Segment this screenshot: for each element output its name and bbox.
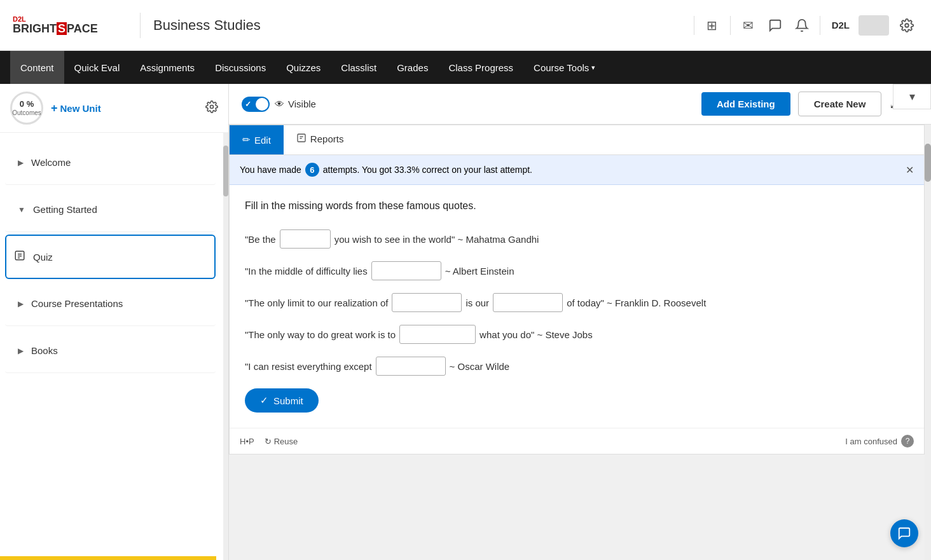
reports-icon bbox=[296, 133, 307, 145]
q2-input[interactable] bbox=[371, 261, 441, 280]
bell-icon-button[interactable] bbox=[790, 14, 813, 37]
plus-icon: + bbox=[51, 102, 58, 115]
q5-text-before: "I can resist everything except bbox=[245, 358, 372, 375]
quiz-instruction: Fill in the missing words from these fam… bbox=[245, 200, 909, 212]
q3-text-after: of today" ~ Franklin D. Roosevelt bbox=[567, 294, 706, 311]
tab-reports[interactable]: Reports bbox=[284, 125, 357, 154]
nav-bar: Content Quick Eval Assignments Discussio… bbox=[0, 51, 931, 84]
q4-text-before: "The only way to do great work is to bbox=[245, 326, 396, 343]
outcomes-circle: 0 % Outcomes bbox=[10, 92, 43, 125]
sidebar-item-quiz[interactable]: Quiz bbox=[5, 235, 216, 279]
content-panel: ✓ 👁 Visible Add Existing Create New ⤢ ··… bbox=[229, 84, 931, 560]
sidebar-scrollbar[interactable] bbox=[223, 133, 228, 560]
nav-assignments[interactable]: Assignments bbox=[130, 51, 205, 84]
logo-area: D2L BRIGHTSPACE bbox=[13, 15, 127, 36]
attempt-text-after: attempts. You got 33.3% correct on your … bbox=[323, 165, 532, 175]
q1-input[interactable] bbox=[280, 229, 331, 249]
q4-text-after: what you do" ~ Steve Jobs bbox=[479, 326, 593, 343]
sidebar-items: ▶ Welcome ▼ Getting Started bbox=[0, 133, 228, 560]
quiz-question-1: "Be the you wish to see in the world" ~ … bbox=[245, 229, 909, 249]
confused-button[interactable]: I am confused ? bbox=[845, 435, 914, 447]
quiz-question-4: "The only way to do great work is to wha… bbox=[245, 325, 909, 344]
nav-grades[interactable]: Grades bbox=[387, 51, 438, 84]
new-unit-button[interactable]: + New Unit bbox=[51, 102, 198, 115]
q3-text-before: "The only limit to our realization of bbox=[245, 294, 388, 311]
sidebar-item-label: Getting Started bbox=[33, 204, 97, 215]
logo-d2l-text: D2L bbox=[13, 15, 98, 23]
chat-icon-button[interactable] bbox=[764, 14, 787, 37]
user-name: D2L bbox=[832, 20, 850, 31]
nav-quick-eval[interactable]: Quick Eval bbox=[64, 51, 130, 84]
user-avatar bbox=[859, 15, 889, 36]
checkmark-icon: ✓ bbox=[245, 100, 251, 109]
chat-button[interactable] bbox=[890, 519, 918, 547]
content-scrollbar-thumb bbox=[925, 144, 931, 182]
create-new-button[interactable]: Create New bbox=[798, 92, 882, 116]
toggle-circle bbox=[256, 98, 268, 111]
arrow-icon: ▶ bbox=[18, 158, 24, 167]
logo: D2L BRIGHTSPACE bbox=[13, 15, 98, 36]
sidebar-item-label: Welcome bbox=[31, 157, 71, 168]
q3-text-middle: is our bbox=[466, 294, 489, 311]
visibility-toggle[interactable]: ✓ 👁 Visible bbox=[242, 97, 316, 112]
quiz-question-3: "The only limit to our realization of is… bbox=[245, 293, 909, 312]
hp-button[interactable]: H•P bbox=[240, 437, 254, 446]
sidebar-item-course-presentations[interactable]: ▶ Course Presentations bbox=[5, 282, 216, 326]
reuse-button[interactable]: ↻ Reuse bbox=[265, 437, 298, 446]
sidebar-item-welcome[interactable]: ▶ Welcome bbox=[5, 140, 216, 185]
content-scrollbar[interactable] bbox=[925, 125, 931, 560]
nav-class-progress[interactable]: Class Progress bbox=[438, 51, 523, 84]
quiz-footer: H•P ↻ Reuse I am confused ? bbox=[230, 428, 924, 454]
nav-course-tools[interactable]: Course Tools ▾ bbox=[523, 51, 605, 84]
tab-edit[interactable]: ✏ Edit bbox=[230, 125, 284, 154]
grid-icon-button[interactable]: ⊞ bbox=[701, 14, 724, 37]
q4-input[interactable] bbox=[399, 325, 476, 344]
sidebar-scroll-container: ▶ Welcome ▼ Getting Started bbox=[0, 133, 228, 560]
sidebar-item-getting-started[interactable]: ▼ Getting Started bbox=[5, 188, 216, 232]
q5-input[interactable] bbox=[376, 357, 446, 376]
svg-point-1 bbox=[210, 105, 214, 108]
nav-quizzes[interactable]: Quizzes bbox=[276, 51, 331, 84]
settings-icon[interactable] bbox=[205, 100, 218, 116]
outcomes-label: Outcomes bbox=[12, 109, 41, 117]
logo-brightspace-text: BRIGHTSPACE bbox=[13, 23, 98, 36]
submit-button[interactable]: ✓ Submit bbox=[245, 388, 319, 413]
sidebar-scrollbar-thumb bbox=[223, 146, 228, 196]
hp-icon: H•P bbox=[240, 437, 254, 446]
nav-classlist[interactable]: Classlist bbox=[331, 51, 387, 84]
top-chevron-button[interactable]: ▾ bbox=[893, 84, 931, 109]
quiz-doc-icon bbox=[14, 250, 25, 264]
top-header: D2L BRIGHTSPACE Business Studies ⊞ ✉ D2L bbox=[0, 0, 931, 51]
sidebar-item-books[interactable]: ▶ Books bbox=[5, 329, 216, 373]
divider1 bbox=[694, 16, 694, 35]
close-banner-button[interactable]: ✕ bbox=[906, 164, 914, 176]
quiz-tabs: ✏ Edit Reports bbox=[230, 125, 924, 155]
outcomes-percent: 0 % bbox=[20, 99, 34, 109]
q3-input-1[interactable] bbox=[392, 293, 462, 312]
add-existing-button[interactable]: Add Existing bbox=[701, 92, 790, 116]
q1-text-before: "Be the bbox=[245, 231, 276, 248]
checkmark-icon: ✓ bbox=[260, 395, 268, 406]
nav-content[interactable]: Content bbox=[10, 51, 64, 84]
sidebar-item-label: Quiz bbox=[33, 252, 53, 263]
header-divider bbox=[140, 13, 141, 38]
toggle-background[interactable]: ✓ bbox=[242, 97, 270, 112]
q2-text-before: "In the middle of difficulty lies bbox=[245, 263, 368, 280]
attempt-text-before: You have made bbox=[240, 165, 301, 175]
quiz-question-2: "In the middle of difficulty lies ~ Albe… bbox=[245, 261, 909, 280]
q1-text-after: you wish to see in the world" ~ Mahatma … bbox=[334, 231, 539, 248]
chevron-down-icon: ▾ bbox=[909, 90, 915, 104]
arrow-down-icon: ▼ bbox=[18, 205, 25, 214]
q3-input-2[interactable] bbox=[493, 293, 563, 312]
arrow-icon: ▶ bbox=[18, 346, 24, 355]
gear-icon-button[interactable] bbox=[895, 14, 918, 37]
pencil-icon: ✏ bbox=[242, 134, 251, 146]
chevron-down-icon: ▾ bbox=[591, 64, 595, 72]
nav-discussions[interactable]: Discussions bbox=[205, 51, 276, 84]
mail-icon-button[interactable]: ✉ bbox=[737, 14, 760, 37]
quiz-question-5: "I can resist everything except ~ Oscar … bbox=[245, 357, 909, 376]
refresh-icon: ↻ bbox=[265, 437, 272, 446]
quiz-panel: ✏ Edit Reports bbox=[229, 125, 925, 454]
quiz-container: ✏ Edit Reports bbox=[229, 125, 931, 560]
divider3 bbox=[820, 16, 820, 35]
